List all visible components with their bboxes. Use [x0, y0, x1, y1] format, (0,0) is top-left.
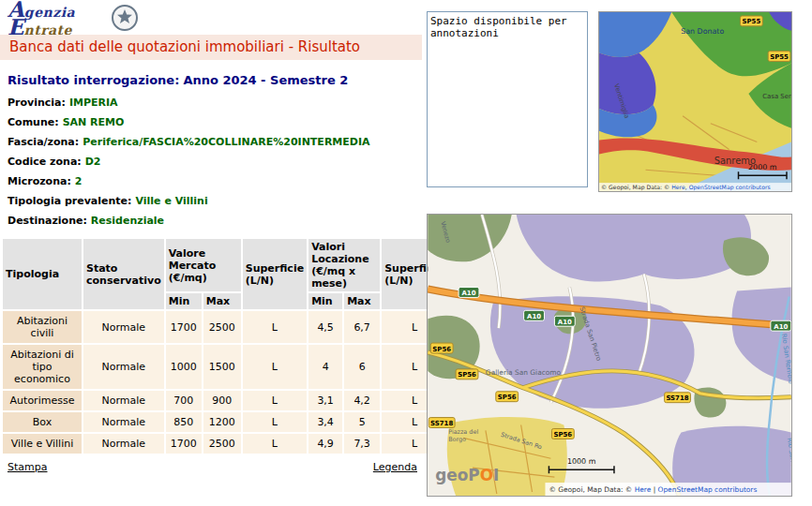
- map-label-piazza-line2: Borgo: [448, 436, 466, 443]
- stampa-link[interactable]: Stampa: [8, 461, 47, 473]
- sp56-badge: SP56: [551, 428, 574, 439]
- field-value: 2: [75, 175, 83, 187]
- table-row: Autorimesse Normale 700 900 L 3,1 4,2 L: [3, 391, 447, 410]
- geopoi-logo-p: P: [468, 466, 479, 484]
- col-header-valore-mercato: Valore Mercato (€/mq): [166, 239, 241, 291]
- result-period: Anno 2024 - Semestre 2: [183, 73, 348, 87]
- cell-vl-min: 4,9: [308, 434, 342, 454]
- cell-vl-max: 4,2: [344, 391, 380, 410]
- field-value: Periferica/FASCIA%20COLLINARE%20INTERMED…: [83, 136, 369, 148]
- attribution-prefix: © Geopoi, Map Data: ©: [601, 184, 671, 191]
- field-label: Destinazione:: [8, 215, 87, 227]
- cell-vm-max: 900: [203, 391, 241, 410]
- svg-text:A10: A10: [527, 313, 541, 320]
- svg-text:1000 m: 1000 m: [567, 457, 596, 466]
- cell-vm-max: 2500: [203, 311, 241, 343]
- cell-vl-min: 4: [308, 345, 342, 389]
- annotations-textarea[interactable]: Spazio disponibile per annotazioni: [427, 11, 588, 187]
- col-header-superficie-1: Superficie (L/N): [243, 239, 307, 309]
- a10-badge: A10: [771, 320, 791, 331]
- col-header-vm-min: Min: [166, 293, 202, 309]
- field-codice-zona: Codice zona:D2: [8, 156, 422, 168]
- result-title-label: Risultato interrogazione:: [8, 73, 179, 87]
- svg-text:A10: A10: [461, 290, 475, 297]
- svg-text:SS718: SS718: [666, 394, 688, 402]
- col-header-vl-min: Min: [308, 293, 342, 309]
- attribution-osm-link[interactable]: OpenStreetMap contributors: [658, 485, 758, 494]
- cell-vm-max: 1200: [203, 412, 241, 432]
- sp56-badge: SP56: [430, 343, 453, 353]
- attribution-here-link[interactable]: Here: [671, 184, 685, 190]
- cell-vl-min: 3,4: [308, 412, 342, 432]
- sp56-badge: SP56: [496, 392, 519, 402]
- detail-map[interactable]: A10 A10 A10 A10 SP56 SP56: [427, 214, 792, 497]
- field-value: D2: [85, 156, 101, 168]
- cell-vm-min: 1700: [166, 311, 202, 343]
- field-value: Ville e Villini: [135, 195, 207, 207]
- detail-map-canvas[interactable]: A10 A10 A10 A10 SP56 SP56: [428, 215, 791, 496]
- attribution-prefix: © Geopoi, Map Data: ©: [549, 485, 634, 494]
- field-value: SAN REMO: [63, 116, 125, 128]
- sp56-badge: SP56: [456, 369, 478, 380]
- cell-vl-max: 6,7: [344, 311, 380, 343]
- cell-superficie-1: L: [243, 412, 307, 432]
- cell-stato: Normale: [83, 391, 164, 410]
- field-value: IMPERIA: [69, 97, 118, 109]
- map-label-casa-serena: Casa Sere: [762, 93, 791, 100]
- result-title: Risultato interrogazione:Anno 2024 - Sem…: [8, 73, 422, 87]
- attribution-here-link[interactable]: Here: [635, 485, 652, 494]
- svg-text:SP55: SP55: [770, 53, 789, 61]
- field-value: Residenziale: [91, 215, 164, 227]
- cell-vl-min: 4,5: [308, 311, 342, 343]
- attribution-osm-link[interactable]: OpenStreetMap contributors: [689, 184, 771, 191]
- field-microzona: Microzona:2: [8, 175, 422, 187]
- col-header-vm-max: Max: [203, 293, 241, 309]
- col-header-stato-conservativo: Stato conservativo: [83, 239, 164, 309]
- cell-stato: Normale: [83, 412, 164, 432]
- map-label-piazza-line1: Piazza del: [448, 428, 478, 436]
- overview-map[interactable]: San Donato Casa Sere Ventimiglia Sanremo…: [598, 11, 792, 192]
- cell-vm-min: 1700: [166, 434, 202, 454]
- geopoi-logo-o: O: [480, 466, 493, 484]
- cell-vl-max: 7,3: [344, 434, 380, 454]
- col-header-valori-locazione: Valori Locazione (€/mq x mese): [308, 239, 380, 291]
- cell-vl-min: 3,1: [308, 391, 342, 410]
- svg-text:A10: A10: [558, 319, 572, 326]
- svg-text:SP55: SP55: [743, 18, 761, 25]
- table-row: Ville e Villini Normale 1700 2500 L 4,9 …: [3, 434, 447, 454]
- map-label-galleria-san-giacomo: Galleria San Giacomo: [486, 368, 562, 377]
- svg-text:SP56: SP56: [432, 346, 451, 353]
- logo-text-genzia: genzia: [24, 5, 75, 20]
- sp55-badge: SP55: [768, 52, 790, 62]
- legenda-link[interactable]: Legenda: [373, 461, 417, 473]
- cell-stato: Normale: [83, 434, 164, 454]
- a10-badge: A10: [524, 310, 545, 320]
- cell-vm-max: 2500: [203, 434, 241, 454]
- map-attribution: © Geopoi, Map Data: © Here, OpenStreetMa…: [601, 184, 771, 191]
- svg-text:SS718: SS718: [430, 420, 453, 427]
- page: Agenzia Entrate Banca dati delle quotazi…: [0, 0, 812, 506]
- field-comune: Comune:SAN REMO: [8, 116, 422, 128]
- geopoi-logo: geoPOI: [435, 466, 499, 484]
- cell-tipologia: Ville e Villini: [3, 434, 82, 454]
- cell-stato: Normale: [83, 311, 164, 343]
- table-row: Box Normale 850 1200 L 3,4 5 L: [3, 412, 447, 432]
- geopoi-logo-geo: geo: [435, 466, 468, 484]
- page-title-bar: Banca dati delle quotazioni immobiliari …: [0, 35, 422, 60]
- col-header-tipologia: Tipologia: [3, 239, 82, 309]
- cell-stato: Normale: [83, 345, 164, 389]
- geopoi-logo-i: I: [493, 466, 499, 484]
- cell-tipologia: Box: [3, 412, 82, 432]
- overview-map-canvas[interactable]: San Donato Casa Sere Ventimiglia Sanremo…: [599, 12, 791, 191]
- attribution-sep: |: [651, 485, 657, 494]
- svg-text:SP56: SP56: [458, 371, 476, 379]
- table-row: Abitazioni civili Normale 1700 2500 L 4,…: [3, 311, 447, 343]
- svg-text:A10: A10: [774, 323, 788, 331]
- ss718-badge: SS718: [429, 418, 455, 428]
- cell-vl-max: 5: [344, 412, 380, 432]
- field-label: Fascia/zona:: [8, 136, 79, 148]
- map-attribution: © Geopoi, Map Data: © Here | OpenStreetM…: [549, 485, 757, 494]
- cell-superficie-1: L: [243, 434, 307, 454]
- cell-vm-min: 1000: [166, 345, 202, 389]
- sp55-badge: SP55: [740, 16, 762, 26]
